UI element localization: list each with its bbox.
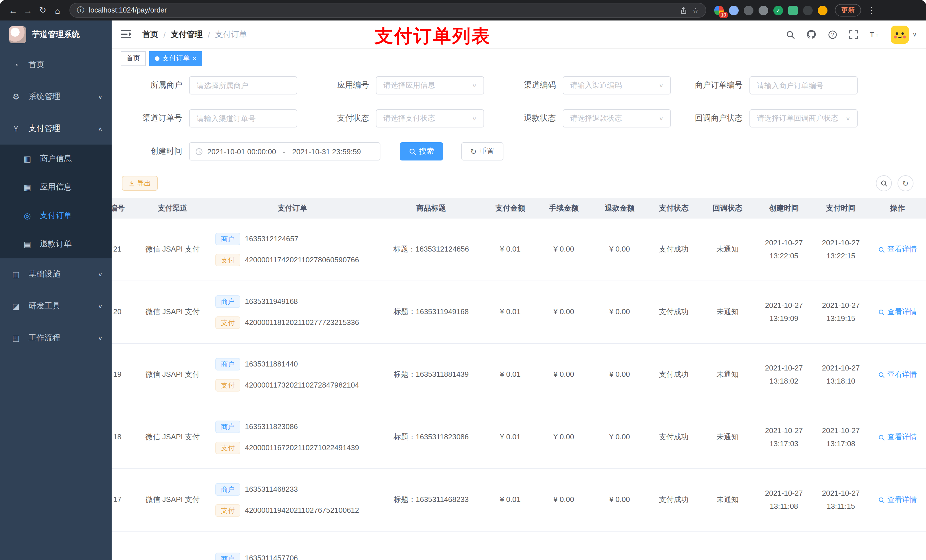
sidebar-item-label: 系统管理: [29, 92, 98, 102]
extension-icon-1[interactable]: 10: [714, 5, 724, 15]
extension-icon-7[interactable]: [803, 5, 813, 15]
sidebar-item-payment[interactable]: ¥ 支付管理 ∧: [0, 113, 112, 145]
channel-order-no-input[interactable]: [189, 109, 297, 127]
sidebar-item-devtools[interactable]: ◪ 研发工具 ∨: [0, 290, 112, 322]
browser-back-button[interactable]: ←: [6, 3, 21, 18]
table-row: 21 微信 JSAPI 支付 商户1635312124657 支付4200001…: [112, 219, 926, 281]
extension-icon-4[interactable]: [758, 5, 768, 15]
extension-icon-8[interactable]: [818, 5, 828, 15]
cell-amount: [485, 531, 536, 560]
sidebar-item-merchant-info[interactable]: ▥ 商户信息: [0, 145, 112, 173]
close-icon[interactable]: ×: [192, 55, 197, 62]
table-mini-actions: ↻: [876, 175, 916, 191]
create-time-range-picker[interactable]: 2021-10-01 00:00:00 - 2021-10-31 23:59:5…: [189, 142, 380, 160]
cell-refund: [592, 531, 648, 560]
extension-icon-6[interactable]: [788, 5, 798, 15]
cell-actions: 查看详情: [869, 406, 926, 468]
font-size-icon[interactable]: TT: [870, 29, 880, 39]
pay-status-select[interactable]: 请选择支付状态 ∨: [376, 109, 484, 127]
view-detail-link[interactable]: 查看详情: [878, 243, 917, 256]
reset-button[interactable]: ↻ 重置: [461, 142, 504, 160]
browser-reload-button[interactable]: ↻: [35, 3, 50, 18]
browser-forward-button[interactable]: →: [21, 3, 35, 18]
toggle-search-button[interactable]: [876, 175, 892, 191]
cell-order: 商户1635311457706: [207, 531, 378, 560]
extension-icon-3[interactable]: [744, 5, 754, 15]
share-icon[interactable]: [680, 6, 688, 14]
browser-update-button[interactable]: 更新: [835, 4, 861, 17]
sidebar-item-home[interactable]: ◔ 首页: [0, 49, 112, 81]
extension-icon-2[interactable]: [729, 5, 738, 15]
refresh-icon: ↻: [471, 147, 477, 155]
tab-home[interactable]: 首页: [121, 51, 146, 66]
merchant-order-no: 1635311823086: [245, 421, 298, 433]
user-menu[interactable]: ∨: [891, 25, 917, 44]
channel-code-select[interactable]: 请输入渠道编码 ∨: [563, 76, 671, 95]
table-header-row: 编号 支付渠道 支付订单 商品标题 支付金额 手续金额 退款金额 支付状态 回调…: [112, 198, 926, 219]
breadcrumb-pay-mgmt[interactable]: 支付管理: [171, 29, 203, 39]
browser-menu-icon[interactable]: ⋮: [866, 5, 876, 15]
page-content: 所属商户 应用编号 请选择应用信息 ∨ 渠道编码 请输入渠道编码: [112, 68, 926, 560]
cell-pay-time: 2021-10-27 13:22:15: [813, 219, 869, 281]
view-detail-link[interactable]: 查看详情: [878, 368, 917, 381]
view-detail-label: 查看详情: [887, 431, 917, 444]
view-detail-link[interactable]: 查看详情: [878, 494, 917, 506]
sidebar-item-label: 首页: [29, 60, 103, 70]
browser-home-button[interactable]: ⌂: [50, 3, 65, 18]
help-icon[interactable]: ?: [828, 29, 838, 39]
cell-create-time: 2021-10-27 13:17:03: [755, 406, 813, 468]
fullscreen-icon[interactable]: [849, 29, 859, 39]
site-info-icon[interactable]: ⓘ: [77, 5, 84, 15]
cell-create-time: 2021-10-27 13:18:02: [755, 344, 813, 406]
cell-fee: [536, 531, 592, 560]
sidebar-item-label: 退款订单: [40, 239, 103, 249]
sidebar-item-refund-order[interactable]: ▤ 退款订单: [0, 230, 112, 258]
tab-pay-order[interactable]: 支付订单 ×: [149, 51, 202, 66]
app-logo[interactable]: 芋道管理系统: [0, 21, 112, 49]
filter-channel-code: 渠道编码 请输入渠道编码 ∨: [495, 76, 671, 95]
sidebar-item-infra[interactable]: ◫ 基础设施 ∨: [0, 258, 112, 290]
sidebar-item-pay-order[interactable]: ◎ 支付订单: [0, 201, 112, 230]
cell-order: 商户1635311468233 支付4200001194202110276752…: [207, 469, 378, 531]
table-row: 商户1635311457706: [112, 531, 926, 560]
chevron-down-icon: ∨: [846, 116, 850, 122]
refund-status-select[interactable]: 请选择退款状态 ∨: [563, 109, 671, 127]
sidebar-item-workflow[interactable]: ◰ 工作流程 ∨: [0, 322, 112, 354]
extension-badge: 10: [719, 12, 728, 18]
cell-channel: 微信 JSAPI 支付: [138, 281, 207, 343]
address-bar[interactable]: ⓘ localhost:1024/pay/order ☆: [70, 3, 706, 18]
merchant-input[interactable]: [189, 76, 297, 95]
chevron-down-icon: ∨: [98, 272, 103, 278]
github-icon[interactable]: [806, 29, 817, 39]
view-detail-link[interactable]: 查看详情: [878, 431, 917, 444]
export-button[interactable]: 导出: [122, 176, 158, 191]
search-icon[interactable]: [785, 29, 796, 39]
cell-actions: 查看详情: [869, 469, 926, 531]
merchant-order-no-input[interactable]: [749, 76, 858, 95]
sidebar-item-system[interactable]: ⚙ 系统管理 ∨: [0, 81, 112, 113]
sidebar-item-app-info[interactable]: ▦ 应用信息: [0, 173, 112, 201]
cell-id: 18: [112, 406, 138, 468]
extension-icon-5[interactable]: ✓: [773, 5, 783, 15]
refresh-table-button[interactable]: ↻: [897, 175, 914, 191]
breadcrumb-home[interactable]: 首页: [142, 29, 158, 39]
col-header-amount: 支付金额: [485, 198, 536, 219]
app-select[interactable]: 请选择应用信息 ∨: [376, 76, 484, 95]
table-row: 17 微信 JSAPI 支付 商户1635311468233 支付4200001…: [112, 469, 926, 531]
chevron-up-icon: ∧: [98, 126, 103, 132]
sidebar-toggle-icon[interactable]: [121, 29, 133, 39]
cell-actions: [869, 531, 926, 560]
export-button-label: 导出: [137, 178, 151, 188]
browser-chrome: ← → ↻ ⌂ ⓘ localhost:1024/pay/order ☆ 10 …: [0, 0, 926, 21]
search-button[interactable]: 搜索: [400, 142, 443, 160]
callback-status-select[interactable]: 请选择订单回调商户状态 ∨: [749, 109, 858, 127]
bookmark-star-icon[interactable]: ☆: [692, 6, 699, 15]
svg-text:T: T: [876, 33, 879, 38]
view-detail-link[interactable]: 查看详情: [878, 306, 917, 318]
col-header-title: 商品标题: [378, 198, 485, 219]
flow-icon: ◰: [11, 334, 21, 343]
merchant-order-no: 1635311457706: [245, 552, 298, 560]
chevron-down-icon: ∨: [98, 94, 103, 100]
cell-notify: 未通知: [700, 219, 755, 281]
cell-title: 标题：1635311468233: [378, 469, 485, 531]
